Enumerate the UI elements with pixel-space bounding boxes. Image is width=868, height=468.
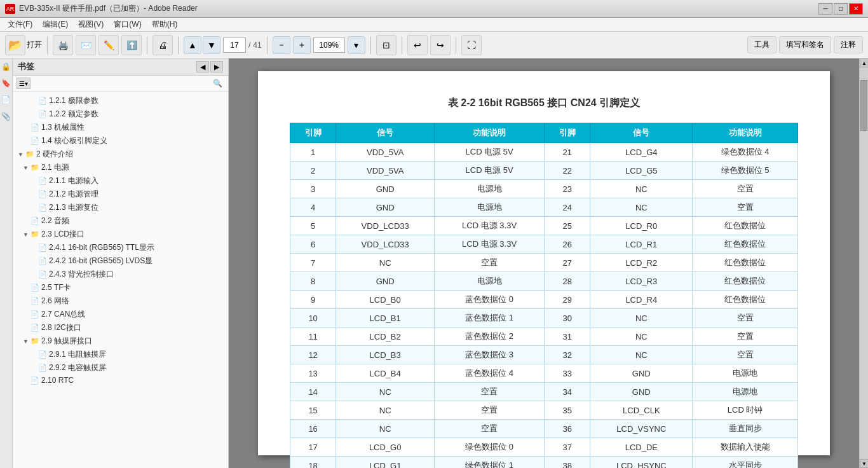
menu-help[interactable]: 帮助(H) — [147, 18, 183, 31]
menu-window[interactable]: 窗口(W) — [109, 18, 146, 31]
edit-btn[interactable]: ✏️ — [98, 35, 119, 55]
sidebar-header: 书签 ◀ ▶ — [13, 59, 228, 76]
table-cell-6-0: 7 — [290, 254, 336, 272]
bookmark-item-2-9-2[interactable]: 📄 2.9.2 电容触摸屏 — [13, 361, 228, 375]
bookmark-item-2-10[interactable]: 📄 2.10 RTC — [13, 375, 228, 386]
print2-btn[interactable]: 🖨 — [153, 35, 173, 55]
table-cell-17-0: 18 — [290, 457, 336, 469]
table-cell-13-0: 14 — [290, 383, 336, 401]
scroll-up-button[interactable]: ▲ — [860, 59, 868, 67]
sidebar-nav-buttons: ◀ ▶ — [196, 61, 223, 72]
menu-edit[interactable]: 编辑(E) — [37, 18, 73, 31]
open-button[interactable]: 📂 — [5, 35, 25, 55]
col-header-pin1: 引脚 — [290, 123, 336, 143]
page-icon[interactable]: 📄 — [1, 94, 12, 106]
table-cell-7-1: GND — [336, 272, 435, 291]
table-cell-4-4: LCD_R0 — [590, 217, 693, 235]
menu-file[interactable]: 文件(F) — [3, 18, 37, 31]
bookmark-item-2-3[interactable]: ▼ 📁 2.3 LCD接口 — [13, 228, 228, 241]
scroll-down-button[interactable]: ▼ — [860, 459, 868, 468]
fill-sign-button[interactable]: 填写和签名 — [779, 36, 831, 53]
bookmark-item-2-1-2[interactable]: 📄 2.1.2 电源管理 — [13, 188, 228, 201]
bookmark-item-2-8[interactable]: 📄 2.8 I2C接口 — [13, 321, 228, 334]
undo-btn[interactable]: ↩ — [407, 35, 428, 55]
table-cell-7-0: 8 — [290, 272, 336, 291]
bookmark-item-1-2-1[interactable]: 📄 1.2.1 极限参数 — [13, 94, 228, 107]
table-cell-16-1: LCD_G0 — [336, 438, 435, 457]
table-cell-1-2: LCD 电源 5V — [435, 162, 545, 180]
right-scrollbar[interactable]: ▲ ▼ — [859, 59, 868, 468]
table-cell-9-1: LCD_B1 — [336, 309, 435, 327]
bookmark-item-1-2-2[interactable]: 📄 1.2.2 额定参数 — [13, 107, 228, 121]
fit-width-btn[interactable]: ⊡ — [376, 35, 397, 55]
bookmark-item-2-1[interactable]: ▼ 📁 2.1 电源 — [13, 161, 228, 174]
col-header-signal1: 信号 — [336, 123, 435, 143]
email-btn[interactable]: ✉️ — [76, 35, 96, 55]
table-cell-11-3: 32 — [545, 346, 590, 364]
upload-btn[interactable]: ⬆️ — [121, 35, 142, 55]
sidebar-menu-button[interactable]: ☰▾ — [17, 78, 31, 89]
sidebar-nav-left[interactable]: ◀ — [196, 61, 209, 72]
table-cell-14-3: 35 — [545, 401, 590, 420]
zoom-in-button[interactable]: ＋ — [293, 36, 311, 54]
table-cell-10-2: 蓝色数据位 2 — [435, 327, 545, 346]
fullscreen-btn[interactable]: ⛶ — [461, 35, 482, 55]
bookmark-item-2-7[interactable]: 📄 2.7 CAN总线 — [13, 308, 228, 321]
table-cell-14-2: 空置 — [435, 401, 545, 420]
table-cell-0-4: LCD_G4 — [590, 143, 693, 162]
table-cell-1-1: VDD_5VA — [336, 162, 435, 180]
comment-button[interactable]: 注释 — [834, 36, 863, 53]
page-number-input[interactable]: 17 — [223, 38, 246, 53]
table-row: 6VDD_LCD33LCD 电源 3.3V26LCD_R1红色数据位 — [290, 235, 798, 254]
zoom-input[interactable] — [313, 38, 345, 53]
zoom-dropdown-button[interactable]: ▾ — [348, 36, 365, 54]
bookmark-item-2-5[interactable]: 📄 2.5 TF卡 — [13, 281, 228, 294]
table-cell-5-0: 6 — [290, 235, 336, 254]
sidebar-nav-right[interactable]: ▶ — [210, 61, 223, 72]
close-button[interactable]: ✕ — [849, 3, 863, 15]
bookmark-item-2[interactable]: ▼ 📁 2 硬件介绍 — [13, 148, 228, 161]
table-row: 5VDD_LCD33LCD 电源 3.3V25LCD_R0红色数据位 — [290, 217, 798, 235]
table-cell-3-1: GND — [336, 198, 435, 217]
bookmark-icon[interactable]: 🔖 — [1, 78, 12, 89]
table-cell-12-5: 电源地 — [693, 364, 798, 383]
bookmark-item-2-9-1[interactable]: 📄 2.9.1 电阻触摸屏 — [13, 348, 228, 361]
bookmark-item-1-3[interactable]: 📄 1.3 机械属性 — [13, 121, 228, 134]
bookmark-item-2-4-2[interactable]: 📄 2.4.2 16-bit (RGB565) LVDS显 — [13, 254, 228, 268]
next-page-button[interactable]: ▼ — [203, 36, 220, 54]
scrollbar-thumb[interactable] — [860, 80, 867, 131]
bookmark-item-2-1-3[interactable]: 📄 2.1.3 电源复位 — [13, 201, 228, 214]
bookmark-item-1-4[interactable]: 📄 1.4 核心板引脚定义 — [13, 134, 228, 148]
bookmark-item-2-1-1[interactable]: 📄 2.1.1 电源输入 — [13, 174, 228, 188]
minimize-button[interactable]: ─ — [818, 3, 832, 15]
sidebar-toolbar: ☰▾ 🔍 — [13, 76, 228, 92]
prev-page-button[interactable]: ▲ — [184, 36, 201, 54]
table-cell-5-4: LCD_R1 — [590, 235, 693, 254]
table-cell-3-2: 电源地 — [435, 198, 545, 217]
bookmark-item-2-4-1[interactable]: 📄 2.4.1 16-bit (RGB565) TTL显示 — [13, 241, 228, 254]
table-cell-13-5: 电源地 — [693, 383, 798, 401]
table-cell-8-2: 蓝色数据位 0 — [435, 291, 545, 309]
table-cell-16-2: 绿色数据位 0 — [435, 438, 545, 457]
table-cell-4-2: LCD 电源 3.3V — [435, 217, 545, 235]
table-cell-11-1: LCD_B3 — [336, 346, 435, 364]
attachment-icon[interactable]: 📎 — [1, 111, 12, 122]
sidebar-search-button[interactable]: 🔍 — [210, 78, 224, 89]
bookmark-item-2-2[interactable]: 📄 2.2 音频 — [13, 214, 228, 228]
bookmark-item-2-4-3[interactable]: 📄 2.4.3 背光控制接口 — [13, 268, 228, 281]
zoom-out-button[interactable]: － — [273, 36, 290, 54]
table-row: 7NC空置27LCD_R2红色数据位 — [290, 254, 798, 272]
separator-7 — [456, 36, 456, 54]
menu-view[interactable]: 视图(V) — [73, 18, 109, 31]
bookmark-item-2-6[interactable]: 📄 2.6 网络 — [13, 294, 228, 308]
bookmark-item-2-9[interactable]: ▼ 📁 2.9 触摸屏接口 — [13, 334, 228, 348]
table-cell-11-0: 12 — [290, 346, 336, 364]
table-cell-12-2: 蓝色数据位 4 — [435, 364, 545, 383]
table-cell-13-3: 34 — [545, 383, 590, 401]
table-cell-9-2: 蓝色数据位 1 — [435, 309, 545, 327]
print-btn[interactable]: 🖨️ — [53, 35, 73, 55]
redo-btn[interactable]: ↪ — [430, 35, 451, 55]
tools-button[interactable]: 工具 — [747, 36, 776, 53]
lock-icon[interactable]: 🔒 — [1, 61, 12, 72]
maximize-button[interactable]: □ — [834, 3, 848, 15]
